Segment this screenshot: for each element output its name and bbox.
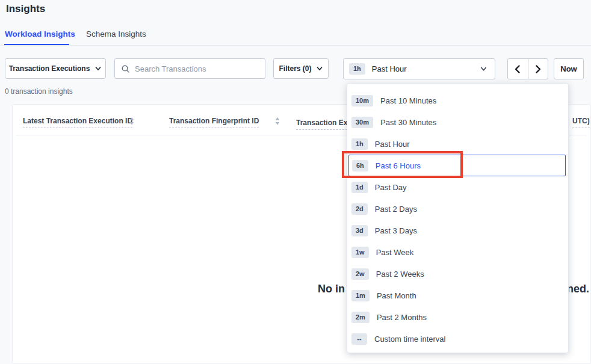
- next-interval-button[interactable]: [528, 59, 548, 79]
- time-option-label: Custom time interval: [374, 335, 445, 344]
- time-option-past-30-minutes[interactable]: 30m Past 30 Minutes: [347, 111, 568, 133]
- time-option-custom-time-interval[interactable]: -- Custom time interval: [347, 328, 568, 350]
- chevron-down-icon: [480, 65, 487, 73]
- time-option-label: Past Month: [377, 291, 416, 300]
- chevron-left-icon: [513, 64, 522, 74]
- time-interval-value: Past Hour: [372, 64, 407, 73]
- chevron-right-icon: [533, 64, 543, 74]
- time-badge: 1m: [351, 290, 370, 301]
- insights-page: Insights Workload Insights Schema Insigh…: [0, 0, 591, 364]
- sort-icon[interactable]: [275, 117, 280, 126]
- time-pager: [507, 58, 548, 79]
- previous-interval-button[interactable]: [508, 59, 528, 79]
- time-option-past-hour[interactable]: 1h Past Hour: [347, 133, 568, 155]
- time-badge: 1h: [351, 138, 368, 150]
- tab-workload-insights[interactable]: Workload Insights: [5, 29, 75, 39]
- time-badge: 6h: [352, 160, 368, 171]
- time-badge: 2w: [351, 268, 369, 280]
- time-option-label: Past 30 Minutes: [380, 118, 436, 127]
- search-input[interactable]: [135, 64, 259, 73]
- filters-button[interactable]: Filters (0): [273, 58, 329, 79]
- column-header-utc-truncated[interactable]: UTC): [572, 117, 590, 128]
- time-option-past-10-minutes[interactable]: 10m Past 10 Minutes: [347, 90, 568, 111]
- page-title: Insights: [6, 3, 45, 15]
- transaction-type-select[interactable]: Transaction Executions: [5, 58, 106, 79]
- time-option-past-6-hours[interactable]: 6h Past 6 Hours: [348, 155, 566, 176]
- search-icon: [121, 64, 130, 73]
- transaction-type-label: Transaction Executions: [9, 64, 90, 73]
- time-option-past-3-days[interactable]: 3d Past 3 Days: [347, 220, 568, 241]
- time-option-label: Past 2 Months: [377, 313, 427, 322]
- chevron-down-icon: [316, 65, 323, 72]
- tabs-divider: [0, 45, 591, 46]
- time-badge: 2m: [351, 312, 370, 323]
- time-option-past-day[interactable]: 1d Past Day: [347, 176, 568, 198]
- empty-state-text-left: No in: [318, 283, 345, 295]
- time-badge: 2d: [351, 203, 368, 215]
- time-option-past-week[interactable]: 1w Past Week: [347, 241, 568, 263]
- empty-state-text-right: ned.: [567, 283, 589, 295]
- time-option-past-2-days[interactable]: 2d Past 2 Days: [347, 198, 568, 220]
- time-badge: 30m: [351, 117, 373, 128]
- chevron-down-icon: [94, 65, 102, 72]
- column-header-latest-transaction-execution-id[interactable]: Latest Transaction Execution ID: [23, 117, 132, 128]
- time-badge: 10m: [351, 95, 373, 106]
- time-option-label: Past 3 Days: [375, 226, 417, 235]
- time-option-label: Past 2 Weeks: [376, 270, 424, 279]
- sort-icon[interactable]: [129, 117, 134, 126]
- time-badge: 1w: [351, 247, 369, 258]
- time-interval-badge: 1h: [349, 63, 365, 75]
- time-badge: 3d: [351, 225, 368, 236]
- time-badge: 1d: [351, 182, 368, 193]
- filters-label: Filters (0): [279, 64, 311, 73]
- insights-count: 0 transaction insights: [5, 87, 73, 96]
- time-option-label: Past 2 Days: [375, 205, 417, 214]
- time-option-label: Past 10 Minutes: [380, 96, 436, 105]
- time-option-past-month[interactable]: 1m Past Month: [347, 285, 568, 306]
- time-option-label: Past Week: [376, 248, 414, 257]
- column-header-transaction-fingerprint-id[interactable]: Transaction Fingerprint ID: [169, 117, 259, 128]
- time-option-label: Past Day: [375, 183, 407, 192]
- time-option-past-2-weeks[interactable]: 2w Past 2 Weeks: [347, 263, 568, 285]
- time-badge: --: [351, 333, 367, 345]
- time-option-label: Past Hour: [375, 140, 410, 149]
- time-interval-dropdown: 10m Past 10 Minutes 30m Past 30 Minutes …: [347, 83, 569, 353]
- time-option-label: Past 6 Hours: [376, 161, 421, 170]
- now-button[interactable]: Now: [554, 58, 584, 79]
- tab-schema-insights[interactable]: Schema Insights: [86, 29, 146, 39]
- search-box[interactable]: [114, 58, 265, 79]
- time-interval-select[interactable]: 1h Past Hour: [343, 58, 495, 79]
- column-header-truncated[interactable]: Transaction Ex: [296, 117, 348, 130]
- time-option-past-2-months[interactable]: 2m Past 2 Months: [347, 306, 568, 328]
